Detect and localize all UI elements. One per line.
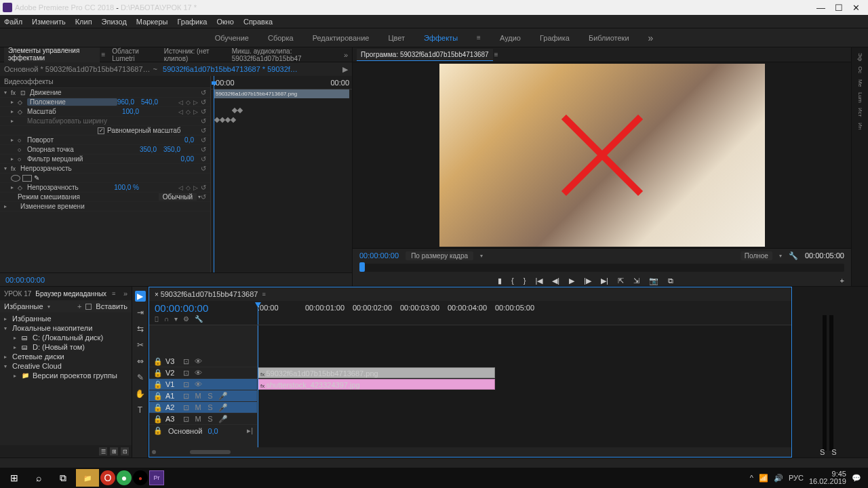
motion-row[interactable]: ▾fx⊡Движение↺ xyxy=(0,88,210,98)
tray-expand-icon[interactable]: ^ xyxy=(750,474,753,482)
track-v3[interactable]: 🔒V3⊡👁 xyxy=(149,356,257,367)
tree-local[interactable]: ▾Локальные накопители xyxy=(0,323,132,333)
pen-tool[interactable]: ✎ xyxy=(135,372,146,383)
list-view-icon[interactable]: ☰ xyxy=(99,447,107,455)
tab-lumetri-scopes[interactable]: Области Lumetri xyxy=(108,45,157,64)
start-button[interactable]: ⊞ xyxy=(3,469,26,487)
button-editor[interactable]: + xyxy=(840,277,844,285)
timeline-zoom-scroll[interactable] xyxy=(149,447,791,457)
track-select-tool[interactable]: ⇥ xyxy=(135,307,146,318)
side-info[interactable]: Ин xyxy=(857,123,863,129)
master-track[interactable]: 🔒Основной0,0▸| xyxy=(149,425,257,436)
zoom-dropdown[interactable]: По размеру кадра xyxy=(406,251,473,260)
premiere-button[interactable]: Pr xyxy=(149,470,164,485)
close-button[interactable]: ✕ xyxy=(852,3,860,13)
expand-icon[interactable]: ▸| xyxy=(247,426,253,435)
clock[interactable]: 9:4516.02.2019 xyxy=(809,470,846,485)
razor-tool[interactable]: ✂ xyxy=(135,340,146,350)
mini-playhead[interactable] xyxy=(214,76,214,272)
opacity-section[interactable]: ▾fxНепрозрачность↺ xyxy=(0,164,210,174)
zoom-handle-icon[interactable] xyxy=(152,450,156,454)
effect-mini-timeline[interactable]: :00:0000:00 59032f6a1d07b15bb4713687.png xyxy=(210,76,352,272)
ws-editing[interactable]: Редактирование xyxy=(313,34,370,42)
uniform-row[interactable]: ✓Равномерный масштаб↺ xyxy=(0,126,210,136)
project-tab[interactable]: УРОК 17 xyxy=(4,290,31,298)
tree-team-projects[interactable]: ▸📁Версии проектов группы xyxy=(0,371,132,380)
timeline-timecode[interactable]: 00:00:00:00 xyxy=(155,302,252,314)
rect-mask-icon[interactable] xyxy=(22,175,32,182)
mark-out-button[interactable]: } xyxy=(524,277,526,285)
scale-value[interactable]: 100,0 xyxy=(122,108,139,115)
target-icon[interactable]: ⊡ xyxy=(182,357,190,366)
tree-drive-c[interactable]: ▸🖴C: (Локальный диск) xyxy=(0,333,132,342)
program-scrubber[interactable] xyxy=(359,264,844,272)
freeform-view-icon[interactable]: ⊡ xyxy=(121,447,129,455)
clip-v2[interactable]: fx 59032f6a1d07b15bb4713687.png xyxy=(258,367,495,378)
scroll-thumb[interactable] xyxy=(190,450,231,454)
tabs-overflow-icon[interactable]: » xyxy=(123,289,127,298)
blend-dropdown[interactable]: Обычный xyxy=(159,193,197,201)
track-a3[interactable]: 🔒A3⊡MS🎤 xyxy=(149,413,257,425)
maximize-button[interactable]: ☐ xyxy=(835,3,843,13)
track-v1[interactable]: 🔒V1⊡👁 xyxy=(149,379,257,390)
anchor-y[interactable]: 350,0 xyxy=(163,146,180,153)
notifications-icon[interactable]: 💬 xyxy=(852,474,861,483)
menu-graphics[interactable]: Графика xyxy=(177,18,207,26)
side-history[interactable]: Ист xyxy=(857,108,863,117)
ws-learn[interactable]: Обучение xyxy=(215,34,249,42)
ws-libraries[interactable]: Библиотеки xyxy=(589,34,629,42)
tree-network[interactable]: ▸Сетевые диски xyxy=(0,352,132,361)
slip-tool[interactable]: ⇔ xyxy=(135,356,146,367)
step-back-button[interactable]: ◀| xyxy=(552,277,559,285)
play-button[interactable]: ▶ xyxy=(569,277,574,285)
effect-play-icon[interactable]: ▶ xyxy=(342,65,348,74)
clip-v1[interactable]: fx shutterstock_423324397.jpg xyxy=(258,379,495,390)
quality-dropdown[interactable]: Полное xyxy=(741,251,772,260)
ws-menu-icon[interactable]: ≡ xyxy=(477,34,481,41)
flicker-row[interactable]: ▸○Фильтр мерцаний0,00↺ xyxy=(0,155,210,164)
uniform-checkbox[interactable]: ✓ xyxy=(98,127,104,134)
add-kf-icon[interactable]: ◇ xyxy=(186,99,191,106)
settings-icon[interactable]: ⚙ xyxy=(183,315,189,323)
ws-graphics[interactable]: Графика xyxy=(540,34,570,42)
search-button[interactable]: ⌕ xyxy=(27,469,50,487)
side-essential[interactable]: Ос xyxy=(857,66,863,73)
menu-sequence[interactable]: Эпизод xyxy=(102,18,127,26)
solo-icon[interactable]: S xyxy=(206,392,214,400)
tab-audio-mixer[interactable]: Микш. аудиоклипа: 59032f6a1d07b15bb47 xyxy=(228,45,341,64)
menu-edit[interactable]: Изменить xyxy=(32,18,66,26)
keyframe-icon[interactable] xyxy=(237,108,243,113)
side-effects[interactable]: Эф xyxy=(857,53,863,61)
goto-out-button[interactable]: ▶| xyxy=(601,277,608,285)
scrub-playhead-icon[interactable] xyxy=(359,262,365,272)
side-metadata[interactable]: Ме xyxy=(857,79,863,87)
task-view-button[interactable]: ⧉ xyxy=(52,469,75,487)
add-marker-button[interactable]: ▮ xyxy=(498,277,502,285)
prev-kf-icon[interactable]: ◁ xyxy=(178,99,183,106)
minimize-button[interactable]: — xyxy=(816,3,825,13)
tree-favorites[interactable]: ▸Избранные xyxy=(0,314,132,323)
linked-selection-icon[interactable]: ∩ xyxy=(164,315,169,323)
position-row[interactable]: ▸◇Положение960,0540,0◁◇▷↺ xyxy=(0,98,210,107)
panel-menu-icon[interactable]: ≡ xyxy=(112,290,115,297)
eye-icon[interactable]: 👁 xyxy=(194,357,202,365)
timeline-tracks[interactable]: fx 59032f6a1d07b15bb4713687.png fx shutt… xyxy=(258,325,791,447)
ingest-icon[interactable]: + xyxy=(77,302,81,310)
menu-window[interactable]: Окно xyxy=(216,18,234,26)
timeremap-row[interactable]: ▸Изменение времени xyxy=(0,202,210,211)
mute-icon[interactable]: M xyxy=(194,392,202,400)
ws-effects[interactable]: Эффекты xyxy=(424,34,458,42)
pen-mask-icon[interactable]: ✎ xyxy=(34,174,39,182)
mark-in-button[interactable]: { xyxy=(511,277,514,285)
mask-shapes[interactable]: ✎ xyxy=(0,174,210,183)
wrench-icon[interactable]: 🔧 xyxy=(789,251,798,260)
playhead-line[interactable] xyxy=(258,325,258,447)
side-lumetri[interactable]: Lum xyxy=(857,92,863,103)
snap-icon[interactable]: ⌷ xyxy=(155,315,159,323)
timeline-ruler[interactable]: :00:00 00:00:01:00 00:00:02:00 00:00:03:… xyxy=(258,301,791,325)
panel-menu-icon[interactable]: ≡ xyxy=(262,291,265,298)
wrench-icon[interactable]: 🔧 xyxy=(195,315,203,323)
tab-effect-controls[interactable]: Элементы управления эффектами xyxy=(4,45,100,64)
tab-source[interactable]: Источник: (нет клипов) xyxy=(160,45,225,64)
ws-assembly[interactable]: Сборка xyxy=(268,34,294,42)
